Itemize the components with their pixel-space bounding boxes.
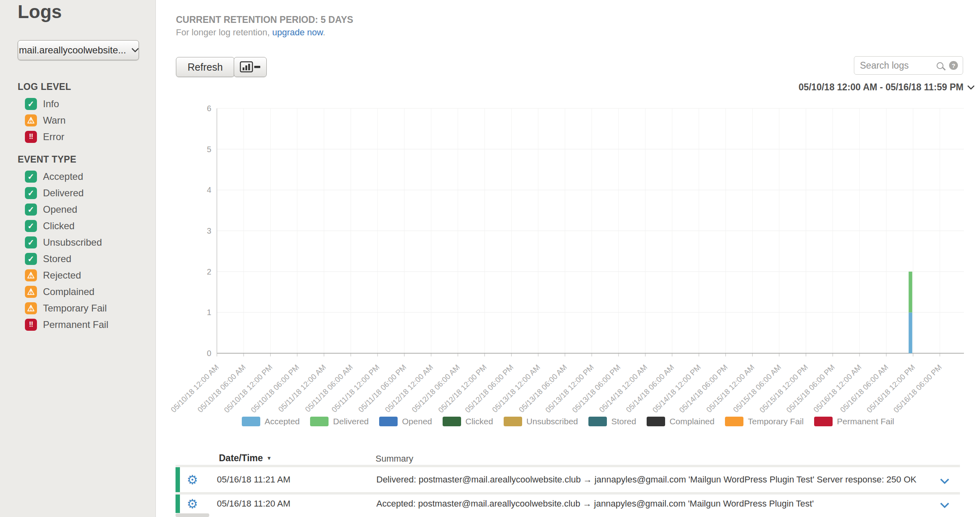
help-icon[interactable]: ? — [949, 61, 958, 70]
legend-label: Permanent Fail — [837, 417, 894, 426]
x-axis-tick-label: 05/15/18 06:00 PM — [785, 363, 836, 414]
filter-label: Info — [43, 98, 59, 110]
filter-label: Complained — [43, 286, 94, 297]
event-type-list: ✓Accepted✓Delivered✓Opened✓Clicked✓Unsub… — [25, 168, 108, 333]
legend-swatch — [242, 417, 260, 426]
logs-page: Logs mail.areallycoolwebsite... LOG LEVE… — [0, 0, 980, 517]
search-icon[interactable] — [937, 62, 943, 69]
date-range-picker[interactable]: 05/10/18 12:00 AM - 05/16/18 11:59 PM — [798, 82, 974, 93]
x-axis-tick-label: 05/16/18 12:00 AM — [812, 363, 863, 414]
x-axis-tick-label: 05/16/18 12:00 PM — [865, 363, 917, 414]
filter-rejected[interactable]: ⚠Rejected — [25, 267, 108, 283]
x-axis-tick-label: 05/11/18 06:00 PM — [357, 363, 408, 414]
legend-item-opened: Opened — [379, 417, 432, 426]
checkbox-checked-icon: ✓ — [25, 236, 37, 248]
checkbox-checked-icon: ✓ — [25, 204, 37, 216]
filter-warn[interactable]: ⚠Warn — [25, 112, 65, 128]
x-axis-tick-label: 05/11/18 06:00 AM — [304, 363, 355, 414]
legend-label: Unsubscribed — [527, 417, 578, 426]
expand-row-chevron-icon[interactable] — [940, 499, 949, 509]
filter-label: Error — [43, 131, 64, 142]
filter-label: Permanent Fail — [43, 319, 108, 330]
legend-item-clicked: Clicked — [443, 417, 493, 426]
legend-item-accepted: Accepted — [242, 417, 300, 426]
horizontal-scrollbar-thumb[interactable] — [176, 513, 209, 517]
log-row[interactable]: ⚙05/16/18 11:20 AMAccepted: postmaster@m… — [176, 495, 960, 513]
retention-note-text: For longer log retention, — [176, 27, 272, 37]
checkbox-checked-icon: ✓ — [25, 187, 37, 199]
filter-stored[interactable]: ✓Stored — [25, 250, 108, 267]
bar-segment-delivered — [909, 272, 912, 313]
date-range-label: 05/10/18 12:00 AM - 05/16/18 11:59 PM — [798, 82, 964, 93]
x-axis-tick-label: 05/13/18 12:00 PM — [544, 363, 595, 414]
column-header-datetime[interactable]: Date/Time ▼ — [219, 453, 272, 464]
x-axis-tick-label: 05/12/18 06:00 PM — [463, 363, 515, 414]
gear-icon[interactable]: ⚙ — [185, 472, 200, 487]
filter-accepted[interactable]: ✓Accepted — [25, 168, 108, 185]
events-chart: 012345605/10/18 12:00 AM05/10/18 06:00 A… — [156, 100, 980, 417]
checkbox-checked-icon: ✓ — [25, 253, 37, 265]
sidebar: Logs mail.areallycoolwebsite... LOG LEVE… — [0, 0, 156, 517]
retention-note: For longer log retention, upgrade now. — [176, 27, 325, 38]
x-axis-tick-label: 05/13/18 06:00 PM — [570, 363, 622, 414]
x-axis-tick-label: 05/12/18 12:00 PM — [437, 363, 488, 414]
refresh-button-label: Refresh — [188, 61, 223, 73]
column-header-datetime-label: Date/Time — [219, 453, 263, 464]
x-axis-tick-label: 05/14/18 12:00 PM — [651, 363, 702, 414]
legend-item-delivered: Delivered — [310, 417, 369, 426]
upgrade-now-link[interactable]: upgrade now — [272, 27, 323, 37]
expand-row-chevron-icon[interactable] — [940, 475, 949, 484]
log-level-list: ✓Info⚠Warn‼Error — [25, 96, 65, 145]
log-level-heading: LOG LEVEL — [18, 81, 71, 92]
domain-selector[interactable]: mail.areallycoolwebsite... — [18, 40, 139, 60]
filter-permanent-fail[interactable]: ‼Permanent Fail — [25, 316, 108, 333]
error-icon: ‼ — [25, 131, 37, 143]
chart-legend: AcceptedDeliveredOpenedClickedUnsubscrib… — [156, 417, 980, 426]
warning-icon: ⚠ — [25, 286, 37, 298]
x-axis-tick-label: 05/10/18 12:00 PM — [223, 363, 274, 414]
bar-chart-collapse-icon — [240, 61, 261, 73]
filter-info[interactable]: ✓Info — [25, 96, 65, 112]
filter-temporary-fail[interactable]: ⚠Temporary Fail — [25, 300, 108, 316]
legend-label: Temporary Fail — [748, 417, 804, 426]
legend-swatch — [504, 417, 522, 426]
x-axis-tick-label: 05/10/18 12:00 AM — [169, 363, 220, 414]
sort-desc-icon: ▼ — [267, 455, 272, 461]
x-axis-tick-label: 05/12/18 12:00 AM — [384, 363, 435, 414]
domain-selector-value: mail.areallycoolwebsite... — [19, 45, 126, 56]
x-axis-tick-label: 05/15/18 12:00 PM — [758, 363, 809, 414]
filter-opened[interactable]: ✓Opened — [25, 201, 108, 218]
y-axis-tick-label: 6 — [207, 104, 211, 113]
legend-label: Clicked — [466, 417, 493, 426]
x-axis-tick-label: 05/10/18 06:00 PM — [249, 363, 300, 414]
log-row[interactable]: ⚙05/16/18 11:21 AMDelivered: postmaster@… — [176, 467, 960, 492]
legend-swatch — [588, 417, 607, 426]
filter-delivered[interactable]: ✓Delivered — [25, 185, 108, 201]
filter-label: Stored — [43, 253, 71, 265]
chart-toggle-button[interactable] — [234, 57, 267, 77]
chevron-down-icon — [967, 82, 974, 90]
filter-error[interactable]: ‼Error — [25, 128, 65, 145]
filter-label: Clicked — [43, 220, 75, 232]
refresh-button[interactable]: Refresh — [176, 57, 235, 77]
x-axis-tick-label: 05/11/18 12:00 PM — [330, 363, 381, 414]
legend-swatch — [647, 417, 665, 426]
y-axis-tick-label: 5 — [207, 145, 211, 154]
search-input[interactable] — [860, 60, 937, 71]
filter-clicked[interactable]: ✓Clicked — [25, 218, 108, 234]
filter-unsubscribed[interactable]: ✓Unsubscribed — [25, 234, 108, 250]
y-axis-tick-label: 3 — [207, 226, 211, 235]
legend-label: Delivered — [333, 417, 369, 426]
legend-label: Accepted — [265, 417, 300, 426]
warning-icon: ⚠ — [25, 302, 37, 314]
page-title: Logs — [18, 1, 62, 22]
filter-complained[interactable]: ⚠Complained — [25, 283, 108, 300]
log-row-datetime: 05/16/18 11:21 AM — [217, 474, 358, 485]
legend-item-stored: Stored — [588, 417, 636, 426]
y-axis-tick-label: 0 — [207, 349, 211, 358]
gear-icon[interactable]: ⚙ — [185, 497, 200, 511]
log-row-summary: Delivered: postmaster@mail.areallycoolwe… — [376, 474, 936, 485]
error-icon: ‼ — [25, 319, 37, 331]
legend-swatch — [725, 417, 743, 426]
event-type-heading: EVENT TYPE — [18, 154, 76, 165]
